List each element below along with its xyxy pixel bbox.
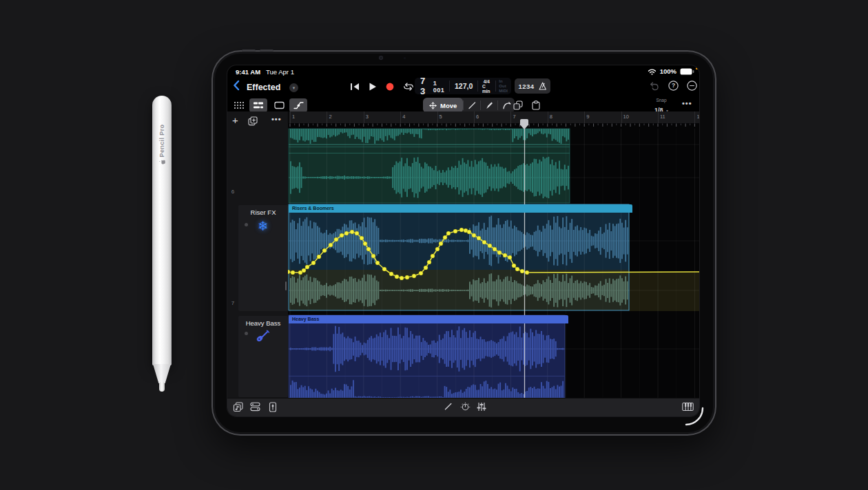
mixer-button[interactable]	[477, 402, 486, 412]
ruler-bar-number: 1	[292, 114, 295, 120]
tracks-view-button[interactable]	[249, 98, 267, 112]
track-state-dot	[245, 332, 248, 335]
channel-strip-button[interactable]	[268, 402, 278, 412]
brush-tool-icon	[485, 101, 493, 109]
ruler-bar-number: 12	[696, 114, 699, 120]
bar-ruler[interactable]: 1 2 3 4 5 6 7 8 9 10 11 12	[288, 111, 699, 124]
bottom-toolbar	[227, 398, 699, 416]
mic-indicator-dot	[696, 67, 698, 70]
metronome-icon[interactable]	[539, 82, 547, 90]
ruler-bar-number: 9	[586, 114, 589, 120]
line-tool-icon	[468, 101, 476, 109]
pencil-cone	[153, 364, 171, 383]
automation-curve-icon	[293, 101, 304, 109]
bass-guitar-icon	[256, 330, 271, 341]
region-strip-heavy-bass[interactable]: Heavy Bass	[289, 315, 568, 323]
timeline-lanes[interactable]	[288, 123, 699, 398]
marketing-stage: Pencil Pro 9:41 AM Tue Apr 1 100%	[0, 0, 868, 490]
move-arrows-icon	[429, 102, 437, 109]
paste-icon	[531, 100, 541, 110]
status-bar-right: 100%	[648, 67, 694, 75]
play-button[interactable]	[369, 83, 377, 91]
track-header-more-button[interactable]: •••	[271, 115, 282, 123]
ruler-bar-number: 4	[402, 114, 405, 120]
svg-text:?: ?	[672, 82, 675, 89]
count-in-button[interactable]: 1234	[518, 83, 534, 90]
duplicate-track-button[interactable]	[248, 116, 258, 126]
ipad-device: 9:41 AM Tue Apr 1 100% Effected ▾	[211, 50, 716, 436]
ruler-bar-line	[364, 111, 364, 123]
cycle-button[interactable]	[403, 83, 414, 91]
midi-activity: In OutMIDI	[499, 79, 508, 94]
record-button[interactable]	[386, 83, 394, 91]
apple-pencil-pro: Pencil Pro	[152, 96, 172, 393]
fader-icon	[268, 402, 278, 412]
ambient-sensor	[404, 57, 406, 59]
line-tool-button[interactable]	[463, 100, 480, 110]
ruler-bar-line	[474, 111, 475, 123]
plugins-button[interactable]	[250, 402, 260, 412]
ruler-bar-line	[327, 111, 327, 123]
track-cell-heavy-bass[interactable]: Heavy Bass	[238, 316, 288, 397]
more-options-button[interactable]: •••	[682, 99, 692, 107]
track-name: Riser FX	[238, 209, 288, 216]
project-menu-chevron[interactable]: ▾	[289, 83, 298, 92]
move-tool-label: Move	[440, 102, 457, 109]
paste-button[interactable]	[528, 98, 544, 113]
pencil-body: Pencil Pro	[152, 96, 172, 365]
marquee-icon	[274, 101, 285, 109]
ruler-bar-line	[694, 111, 695, 123]
ruler-bar-number: 2	[329, 114, 331, 120]
go-to-beginning-button[interactable]	[350, 83, 360, 91]
brush-tool-button[interactable]	[480, 100, 497, 110]
playhead-position-sub: 1 001	[433, 80, 446, 94]
ruler-bar-line	[658, 111, 659, 123]
plugin-controls-button[interactable]	[460, 402, 471, 412]
pencil-edit-icon	[444, 402, 453, 411]
ruler-bar-line	[621, 111, 622, 123]
transport-controls	[350, 78, 414, 95]
volume-down-button	[260, 50, 273, 52]
more-circle-icon[interactable]	[687, 81, 697, 91]
battery-icon	[680, 68, 694, 75]
automation-view-button[interactable]	[289, 98, 307, 112]
project-title[interactable]: Effected	[247, 83, 280, 92]
apple-logo-icon	[159, 160, 165, 165]
tracks-icon	[254, 101, 263, 109]
pencil-tip	[159, 382, 165, 392]
mixer-faders-icon	[477, 402, 486, 412]
track-header-column: + ••• 6 7 8 Riser FX ❄ Heavy Bass	[227, 111, 289, 398]
add-track-button[interactable]: +	[232, 114, 238, 126]
lcd-display[interactable]: 7 3 1 001 127,0 4/4C min In OutMIDI	[415, 78, 511, 94]
copy-icon	[513, 100, 523, 110]
track-cell-riser-fx[interactable]: Riser FX ❄	[238, 205, 288, 311]
tempo-value: 127,0	[455, 82, 473, 90]
volume-up-button	[242, 50, 256, 52]
plugins-rack-icon	[250, 402, 260, 412]
count-in-metronome-group: 1234	[515, 78, 550, 94]
cells-view-button[interactable]	[230, 98, 248, 112]
riser-fx-snowflake-icon: ❄	[258, 219, 269, 233]
corner-flourish-arc	[684, 406, 705, 427]
ruler-bar-number: 8	[550, 114, 552, 120]
wifi-icon	[648, 68, 657, 75]
app-screen: 9:41 AM Tue Apr 1 100% Effected ▾	[227, 65, 699, 416]
loop-browser-button[interactable]	[233, 402, 244, 412]
back-chevron-icon[interactable]	[233, 80, 240, 91]
help-icon[interactable]: ?	[668, 81, 679, 91]
undo-icon[interactable]	[649, 81, 660, 91]
ruler-bar-line	[548, 111, 548, 123]
copy-button[interactable]	[510, 98, 526, 113]
ruler-bar-line	[510, 111, 511, 123]
editor-button[interactable]	[444, 402, 453, 411]
edit-tools-group: Move	[423, 98, 515, 113]
track-number: 7	[227, 300, 238, 306]
ruler-bar-number: 10	[623, 114, 629, 120]
date: Tue Apr 1	[266, 68, 294, 76]
move-tool-button[interactable]: Move	[423, 98, 463, 113]
ruler-bar-number: 7	[513, 114, 515, 120]
loop-browser-icon	[233, 402, 244, 412]
region-strip-risers-boomers[interactable]: Risers & Boomers	[289, 204, 632, 213]
marquee-tool-button[interactable]	[270, 98, 288, 112]
ruler-bar-line	[290, 111, 291, 123]
